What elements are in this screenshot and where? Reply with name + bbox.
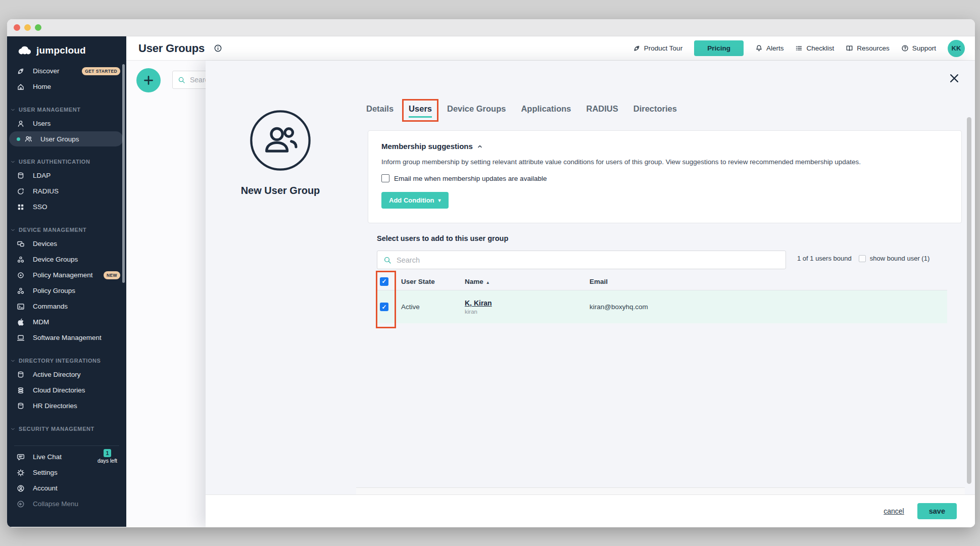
users-table-header: ✓ User State Name▲ Email: [377, 273, 947, 290]
user-name-link[interactable]: K, Kiran: [465, 299, 492, 307]
trial-count-badge: 1: [104, 449, 111, 457]
sidebar-item-commands[interactable]: Commands: [7, 299, 126, 314]
alerts-button[interactable]: Alerts: [755, 44, 784, 52]
window-titlebar: [7, 19, 975, 36]
sidebar-item-hr-directories[interactable]: HR Directories: [7, 398, 126, 414]
col-email[interactable]: Email: [590, 278, 947, 285]
device-groups-icon: [17, 256, 25, 264]
tab-device-groups[interactable]: Device Groups: [447, 104, 506, 114]
add-condition-button[interactable]: Add Condition ▾: [381, 192, 449, 209]
table-row[interactable]: ✓ Active K, Kiran kiran kiran@boxyhq.com: [377, 290, 947, 323]
save-button[interactable]: save: [917, 503, 957, 519]
book-icon: [846, 44, 853, 52]
target-icon: [17, 271, 25, 279]
minimize-window-button[interactable]: [24, 24, 31, 31]
sidebar-section-user-management[interactable]: USER MANAGEMENT: [7, 104, 126, 116]
sidebar-item-software-management[interactable]: Software Management: [7, 330, 126, 345]
database-icon: [17, 371, 25, 379]
chevron-down-icon: [10, 159, 16, 165]
sidebar-item-mdm[interactable]: MDM: [7, 314, 126, 330]
col-name[interactable]: Name▲: [465, 278, 590, 285]
sidebar-section-security-management[interactable]: SECURITY MANAGEMENT: [7, 423, 126, 435]
trial-days-left: 1 days left: [97, 449, 117, 464]
sidebar: jumpcloud Discover GET STARTED Home USER…: [7, 36, 126, 527]
sidebar-section-device-management[interactable]: DEVICE MANAGEMENT: [7, 224, 126, 236]
tab-users[interactable]: Users: [409, 104, 432, 114]
sidebar-item-home[interactable]: Home: [7, 79, 126, 94]
database-icon: [17, 402, 25, 410]
bell-icon: [755, 44, 763, 52]
sidebar-item-active-directory[interactable]: Active Directory: [7, 367, 126, 382]
tab-details[interactable]: Details: [366, 104, 394, 114]
sidebar-item-radius[interactable]: RADIUS: [7, 183, 126, 199]
avatar[interactable]: KK: [948, 40, 965, 57]
sidebar-scrollbar[interactable]: [122, 64, 125, 283]
tab-applications[interactable]: Applications: [521, 104, 571, 114]
sidebar-item-discover[interactable]: Discover GET STARTED: [7, 63, 126, 79]
sidebar-section-user-authentication[interactable]: USER AUTHENTICATION: [7, 156, 126, 168]
sidebar-section-directory-integrations[interactable]: DIRECTORY INTEGRATIONS: [7, 355, 126, 367]
sidebar-item-sso[interactable]: SSO: [7, 199, 126, 215]
select-users-label: Select users to add to this user group: [377, 234, 508, 242]
sidebar-item-users[interactable]: Users: [7, 116, 126, 131]
tab-radius[interactable]: RADIUS: [586, 104, 618, 114]
radius-icon: [17, 187, 25, 195]
bound-summary: 1 of 1 users bound: [797, 255, 852, 262]
product-tour-button[interactable]: Product Tour: [633, 44, 682, 52]
sidebar-item-policy-groups[interactable]: Policy Groups: [7, 283, 126, 299]
user-group-icon: [24, 135, 32, 143]
search-icon: [178, 76, 185, 84]
help-icon: [901, 44, 909, 52]
chevron-up-icon: [477, 143, 483, 150]
user-search-input[interactable]: [397, 256, 779, 264]
sidebar-item-devices[interactable]: Devices: [7, 236, 126, 252]
membership-suggestions-header[interactable]: Membership suggestions: [381, 142, 948, 151]
sidebar-item-device-groups[interactable]: Device Groups: [7, 252, 126, 267]
membership-description: Inform group membership by setting relev…: [381, 158, 948, 166]
info-icon[interactable]: [214, 44, 222, 53]
sidebar-item-settings[interactable]: Settings: [7, 465, 126, 480]
cancel-button[interactable]: cancel: [884, 507, 904, 515]
show-bound-user-checkbox[interactable]: [859, 255, 866, 262]
main-header: User Groups Product Tour Pricing Alerts …: [126, 36, 975, 61]
close-panel-button[interactable]: [949, 73, 960, 84]
sidebar-item-cloud-directories[interactable]: Cloud Directories: [7, 382, 126, 398]
checklist-button[interactable]: Checklist: [795, 44, 834, 52]
grid-icon: [17, 203, 25, 211]
vertical-scrollbar[interactable]: [967, 117, 971, 484]
col-user-state[interactable]: User State: [401, 278, 465, 285]
chevron-down-icon: [10, 107, 16, 113]
horizontal-scrollbar[interactable]: [356, 487, 965, 494]
sidebar-item-user-groups[interactable]: User Groups: [9, 131, 123, 146]
sidebar-item-account[interactable]: Account: [7, 480, 126, 496]
support-button[interactable]: Support: [901, 44, 936, 52]
sidebar-item-policy-management[interactable]: Policy Management NEW: [7, 267, 126, 283]
sidebar-item-ldap[interactable]: LDAP: [7, 168, 126, 183]
sidebar-divider: [14, 445, 119, 446]
header-nav: Product Tour Pricing Alerts Checklist Re…: [633, 40, 965, 57]
home-icon: [17, 83, 25, 91]
group-name: New User Group: [220, 185, 341, 196]
sidebar-item-collapse-menu[interactable]: Collapse Menu: [7, 496, 126, 512]
tab-directories[interactable]: Directories: [633, 104, 677, 114]
app-window: jumpcloud Discover GET STARTED Home USER…: [7, 19, 975, 527]
pricing-button[interactable]: Pricing: [694, 40, 744, 56]
email-updates-label: Email me when membership updates are ava…: [394, 175, 547, 182]
rocket-icon: [17, 67, 25, 75]
get-started-badge: GET STARTED: [82, 67, 120, 75]
email-updates-checkbox[interactable]: [381, 174, 389, 182]
sidebar-item-live-chat[interactable]: Live Chat 1 days left: [7, 449, 126, 465]
zoom-window-button[interactable]: [35, 24, 41, 31]
resources-button[interactable]: Resources: [846, 44, 890, 52]
row-checkbox[interactable]: ✓: [380, 303, 388, 311]
chevron-down-icon: [10, 426, 16, 432]
collapse-left-icon: [17, 500, 25, 508]
select-all-checkbox[interactable]: ✓: [380, 277, 388, 286]
user-icon: [17, 120, 25, 128]
panel-tabs: Details Users Device Groups Applications…: [366, 104, 677, 114]
new-badge: NEW: [104, 271, 120, 279]
panel-footer: cancel save: [206, 494, 975, 527]
close-window-button[interactable]: [14, 24, 20, 31]
add-user-group-button[interactable]: [136, 68, 161, 92]
database-icon: [17, 172, 25, 180]
